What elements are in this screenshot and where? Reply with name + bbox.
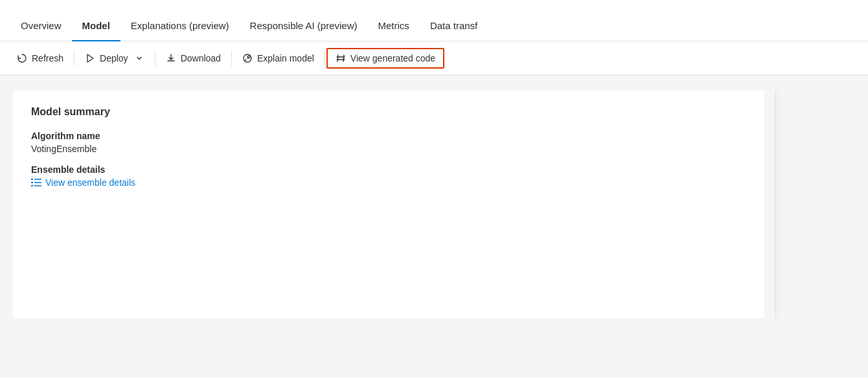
hash-icon	[336, 53, 346, 63]
tab-overview[interactable]: Overview	[10, 20, 72, 41]
refresh-label: Refresh	[32, 53, 63, 63]
view-generated-code-label: View generated code	[350, 53, 435, 63]
ensemble-details-label: Ensemble details	[31, 164, 746, 175]
deploy-icon	[85, 53, 95, 63]
view-ensemble-details-text: View ensemble details	[45, 177, 135, 188]
scrollbar[interactable]	[775, 91, 780, 318]
algorithm-name-value: VotingEnsemble	[31, 144, 746, 154]
explain-model-label: Explain model	[257, 53, 314, 63]
tab-explanations[interactable]: Explanations (preview)	[120, 20, 240, 41]
separator-2	[155, 50, 155, 66]
list-icon	[31, 178, 41, 187]
download-label: Download	[181, 53, 221, 63]
tab-data-transf[interactable]: Data transf	[420, 20, 488, 41]
svg-rect-3	[31, 179, 33, 180]
deploy-label: Deploy	[100, 53, 128, 63]
svg-rect-5	[31, 185, 33, 186]
svg-marker-0	[87, 54, 93, 62]
main-content: Model summary Algorithm name VotingEnsem…	[0, 75, 868, 334]
nav-tabs: Overview Model Explanations (preview) Re…	[0, 0, 868, 41]
refresh-icon	[17, 53, 27, 63]
explain-model-button[interactable]: Explain model	[233, 48, 323, 69]
tab-responsible-ai[interactable]: Responsible AI (preview)	[240, 20, 368, 41]
svg-rect-4	[31, 182, 33, 183]
tab-metrics[interactable]: Metrics	[368, 20, 420, 41]
tab-model[interactable]: Model	[72, 20, 120, 41]
algorithm-name-label: Algorithm name	[31, 131, 746, 141]
view-ensemble-details-link[interactable]: View ensemble details	[31, 177, 746, 188]
refresh-button[interactable]: Refresh	[8, 48, 73, 69]
separator-1	[74, 50, 74, 66]
separator-3	[231, 50, 232, 66]
separator-4	[325, 50, 325, 66]
view-generated-code-button[interactable]: View generated code	[326, 48, 444, 69]
model-summary-title: Model summary	[31, 106, 746, 118]
toolbar: Refresh Deploy Download	[0, 41, 868, 75]
download-button[interactable]: Download	[157, 48, 230, 69]
download-icon	[166, 53, 176, 63]
explain-icon	[242, 53, 253, 63]
content-panel: Model summary Algorithm name VotingEnsem…	[13, 91, 764, 318]
deploy-dropdown-icon	[134, 53, 144, 63]
deploy-button[interactable]: Deploy	[76, 48, 154, 69]
